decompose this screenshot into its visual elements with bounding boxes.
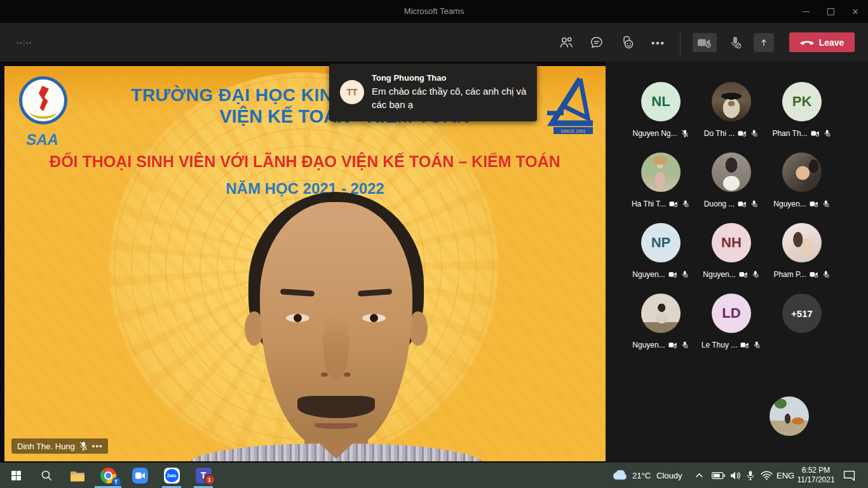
tray-chevron-button[interactable]	[695, 463, 703, 488]
network-button[interactable]	[761, 463, 773, 488]
camera-off-icon	[738, 130, 747, 137]
participant-name: Ha Thi T...	[632, 200, 666, 208]
speaker-icon	[729, 471, 742, 480]
participant-name-row: Phan Th...	[767, 129, 837, 138]
chrome-button[interactable]: T	[94, 463, 122, 488]
participant-tile[interactable]: Nguyen...	[626, 294, 696, 360]
mic-toggle-button[interactable]	[724, 32, 746, 53]
tray-mic-button[interactable]	[747, 463, 754, 488]
battery-button[interactable]	[712, 463, 725, 488]
language-label: ENG	[776, 471, 794, 480]
participant-name: Nguyen...	[632, 341, 665, 349]
participant-name-row: Do Thi ...	[696, 129, 766, 138]
zoom-app-button[interactable]	[126, 463, 154, 488]
university-logo	[19, 76, 67, 125]
camera-off-icon	[668, 341, 677, 349]
minimize-button[interactable]	[793, 0, 818, 23]
participant-name-row: Nguyen...	[626, 341, 696, 349]
participant-name: Le Thuy ...	[702, 341, 737, 349]
participant-avatar-photo	[782, 152, 822, 192]
participant-tile[interactable]: Duong ...	[696, 152, 766, 219]
participant-tile[interactable]: NPNguyen...	[626, 223, 696, 289]
chat-icon	[589, 35, 604, 50]
self-view-video[interactable]	[770, 396, 809, 436]
close-button[interactable]: ✕	[843, 0, 868, 23]
pill-more-icon[interactable]: •••	[92, 442, 103, 451]
title-bar: Microsoft Teams ✕	[0, 0, 868, 23]
participant-tile[interactable]: Do Thi ...	[696, 82, 766, 148]
participant-name: Phan Th...	[772, 129, 807, 138]
participant-avatar-photo	[712, 152, 751, 192]
camera-off-icon	[738, 200, 747, 208]
participant-tile[interactable]: Ha Thi T...	[626, 152, 696, 219]
taskbar-search-button[interactable]	[32, 463, 60, 488]
camera-off-icon	[668, 271, 677, 278]
mic-off-icon	[681, 200, 690, 208]
participant-name-row: Nguyen...	[626, 270, 696, 279]
clock-button[interactable]: 6:52 PM 11/17/2021	[796, 463, 836, 488]
participant-avatar-initials: NH	[712, 223, 751, 262]
participant-tile[interactable]: Nguyen...	[767, 152, 837, 219]
camera-off-icon	[696, 36, 713, 49]
chat-notification[interactable]: TT Tong Phuong Thao Em chào các thầy cô,…	[329, 64, 537, 121]
chrome-icon: T	[100, 468, 116, 484]
restore-button[interactable]	[818, 0, 843, 23]
participants-button[interactable]	[555, 32, 577, 53]
zalo-button[interactable]: Zalo	[158, 463, 186, 488]
mic-off-icon	[750, 200, 759, 208]
camera-off-icon	[810, 271, 818, 278]
action-center-button[interactable]	[843, 463, 855, 488]
participant-avatar-photo	[712, 82, 751, 121]
share-screen-button[interactable]	[754, 33, 774, 52]
mic-off-icon	[822, 200, 831, 208]
weather-temp: 21°C	[632, 471, 651, 480]
mic-muted-icon	[681, 130, 689, 137]
language-button[interactable]: ENG	[776, 463, 794, 488]
participant-name: Do Thi ...	[704, 129, 735, 138]
overflow-tile[interactable]: +517	[767, 294, 837, 360]
overflow-count-avatar: +517	[782, 294, 822, 333]
main-stage: TRƯỜNG ĐẠI HỌC KINH TẾ QUỐC DÂN VIỆN KẾ …	[0, 62, 606, 463]
participant-tile[interactable]: Pham P...	[767, 223, 837, 289]
chat-button[interactable]	[586, 32, 607, 53]
participant-tile[interactable]: PKPhan Th...	[767, 82, 837, 148]
participant-name-row: Le Thuy ...	[696, 341, 766, 349]
windows-logo-icon	[11, 471, 21, 480]
participant-avatar-initials: NL	[641, 82, 681, 121]
leave-label: Leave	[819, 37, 844, 48]
file-explorer-button[interactable]	[64, 463, 92, 488]
participant-tile[interactable]: NLNguyen Ng...	[626, 82, 696, 148]
participants-panel: NLNguyen Ng...Do Thi ...PKPhan Th...Ha T…	[606, 62, 868, 463]
more-options-button[interactable]: •••	[648, 32, 669, 53]
search-icon	[40, 469, 53, 482]
reactions-button[interactable]	[616, 32, 638, 53]
participant-name-row: Nguyen...	[696, 270, 766, 279]
zalo-icon: Zalo	[164, 468, 180, 484]
share-screen-icon	[757, 36, 770, 49]
meeting-toolbar: --:-- •••	[0, 23, 868, 62]
mic-off-icon	[822, 271, 831, 278]
participant-tile[interactable]: NHNguyen...	[696, 223, 766, 289]
teams-meeting-window: Microsoft Teams ✕ --:--	[0, 0, 868, 488]
weather-button[interactable]: 21°C Cloudy	[613, 463, 682, 488]
mic-muted-icon	[79, 442, 88, 451]
leave-button[interactable]: Leave	[789, 32, 855, 52]
presenter-name-pill[interactable]: Dinh The. Hung •••	[11, 438, 108, 454]
teams-button[interactable]: T 1	[189, 463, 217, 488]
participant-name: Nguyen...	[632, 270, 665, 279]
camera-toggle-button[interactable]	[693, 33, 717, 52]
chat-sender: Tong Phuong Thao	[372, 73, 446, 83]
saa-triangle-logo: SINCE 1991	[543, 74, 602, 140]
mic-off-icon	[751, 271, 760, 278]
presenter-video[interactable]: TRƯỜNG ĐẠI HỌC KINH TẾ QUỐC DÂN VIỆN KẾ …	[4, 66, 606, 461]
participant-tile[interactable]: LDLe Thuy ...	[696, 294, 766, 360]
participant-avatar-initials: LD	[712, 294, 751, 333]
volume-button[interactable]	[729, 463, 742, 488]
mic-off-icon	[823, 130, 832, 137]
participant-name: Nguyen...	[703, 270, 735, 279]
hang-up-icon	[800, 39, 814, 46]
zoom-icon	[132, 468, 148, 484]
teams-notification-badge: 1	[204, 474, 215, 485]
participant-name: Pham P...	[773, 270, 806, 279]
start-button[interactable]	[2, 463, 30, 488]
